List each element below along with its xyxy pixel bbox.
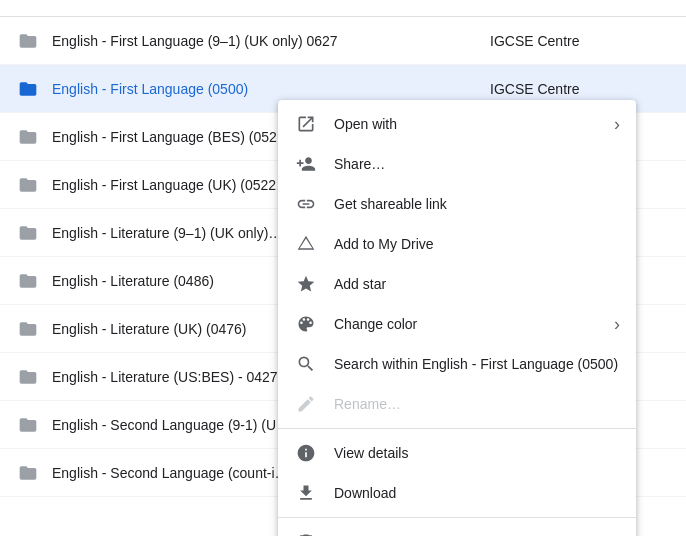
menu-item-label: Search within English - First Language (…: [334, 356, 620, 372]
menu-item-label: Share…: [334, 156, 620, 172]
menu-divider: [278, 428, 636, 429]
menu-item-change-color[interactable]: Change color›: [278, 304, 636, 344]
menu-item-label: Add star: [334, 276, 620, 292]
menu-item-label: Download: [334, 485, 620, 501]
open-with-icon: [294, 112, 318, 136]
file-name: English - First Language (9–1) (UK only)…: [52, 33, 490, 49]
edit-icon: [294, 392, 318, 416]
menu-item-add-star[interactable]: Add star: [278, 264, 636, 304]
folder-icon: [16, 413, 40, 437]
folder-icon: [16, 317, 40, 341]
info-icon: [294, 441, 318, 465]
folder-icon: [16, 221, 40, 245]
link-icon: [294, 192, 318, 216]
file-name: English - First Language (0500): [52, 81, 490, 97]
menu-item-label: View details: [334, 445, 620, 461]
file-owner: IGCSE Centre: [490, 81, 670, 97]
menu-item-open-with[interactable]: Open with›: [278, 104, 636, 144]
menu-item-rename: Rename…: [278, 384, 636, 424]
menu-divider: [278, 517, 636, 518]
context-menu: Open with›Share…Get shareable linkAdd to…: [278, 100, 636, 536]
menu-item-label: Change color: [334, 316, 614, 332]
file-owner: IGCSE Centre: [490, 33, 670, 49]
folder-icon: [16, 125, 40, 149]
menu-item-share[interactable]: Share…: [278, 144, 636, 184]
search-icon: [294, 352, 318, 376]
menu-item-search-within[interactable]: Search within English - First Language (…: [278, 344, 636, 384]
list-header: [0, 0, 686, 17]
menu-item-remove[interactable]: Remove: [278, 522, 636, 536]
folder-icon: [16, 365, 40, 389]
folder-icon: [16, 269, 40, 293]
share-icon: [294, 152, 318, 176]
menu-item-add-drive[interactable]: Add to My Drive: [278, 224, 636, 264]
folder-icon: [16, 29, 40, 53]
menu-item-label: Get shareable link: [334, 196, 620, 212]
menu-item-label: Rename…: [334, 396, 620, 412]
menu-item-view-details[interactable]: View details: [278, 433, 636, 473]
star-icon: [294, 272, 318, 296]
menu-item-get-link[interactable]: Get shareable link: [278, 184, 636, 224]
download-icon: [294, 481, 318, 505]
submenu-chevron-icon: ›: [614, 314, 620, 335]
menu-item-download[interactable]: Download: [278, 473, 636, 513]
palette-icon: [294, 312, 318, 336]
delete-icon: [294, 530, 318, 536]
menu-item-label: Open with: [334, 116, 614, 132]
file-row[interactable]: English - First Language (9–1) (UK only)…: [0, 17, 686, 65]
add-drive-icon: [294, 232, 318, 256]
folder-icon: [16, 173, 40, 197]
submenu-chevron-icon: ›: [614, 114, 620, 135]
folder-icon: [16, 77, 40, 101]
folder-icon: [16, 461, 40, 485]
menu-item-label: Add to My Drive: [334, 236, 620, 252]
